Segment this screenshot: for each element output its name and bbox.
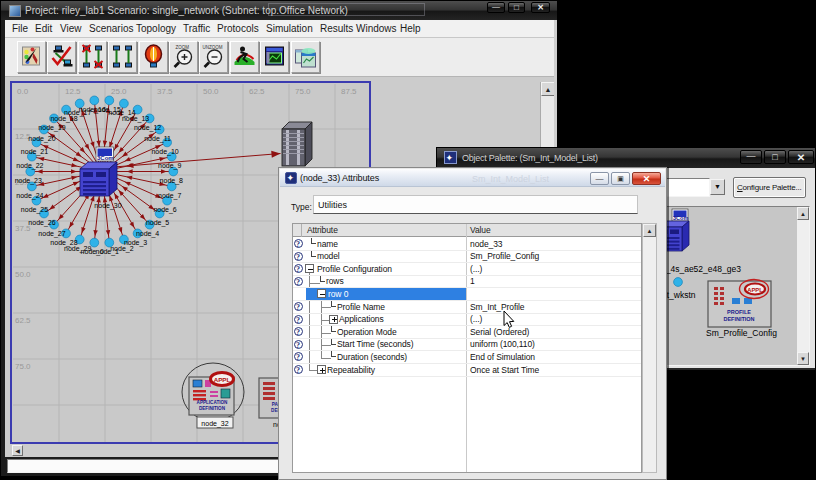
svg-text:node_32: node_32 [201,420,228,428]
svg-text:node_29: node_29 [64,245,91,253]
svg-text:node_5: node_5 [146,219,169,227]
svg-text:75.0: 75.0 [15,362,31,371]
svg-text:Sm_Profile_Config: Sm_Profile_Config [706,328,777,338]
svg-text:nt_wkstn: nt_wkstn [662,290,696,300]
svg-text:node_8: node_8 [160,177,183,185]
svg-text:node_27: node_27 [38,230,65,238]
svg-text:node_6: node_6 [153,206,176,214]
svg-text:12.5: 12.5 [65,87,81,96]
svg-text:0_4s_ae52_e48_ge3: 0_4s_ae52_e48_ge3 [661,264,741,274]
svg-text:node_2: node_2 [110,245,133,253]
svg-text:node_7: node_7 [158,192,181,200]
svg-text:75.0: 75.0 [295,87,311,96]
svg-text:62.5: 62.5 [15,316,31,325]
svg-text:APPLICATION: APPLICATION [197,400,228,405]
svg-text:node_24: node_24 [16,192,43,200]
svg-text:node_10: node_10 [151,148,178,156]
svg-text:APPL: APPL [214,376,231,383]
svg-text:node_11: node_11 [144,135,171,143]
svg-text:node_19: node_19 [38,124,65,132]
svg-text:50.0: 50.0 [203,87,219,96]
svg-text:node_30: node_30 [94,202,121,210]
svg-text:DEFINITION: DEFINITION [199,406,226,411]
svg-text:node_13: node_13 [122,115,149,123]
svg-text:node_18: node_18 [50,115,77,123]
svg-text:node_23: node_23 [15,177,42,185]
svg-text:node_21: node_21 [21,148,48,156]
svg-text:node_25: node_25 [21,206,48,214]
svg-text:UNZOOM: UNZOOM [203,45,223,50]
svg-text:node_26: node_26 [28,219,55,227]
svg-text:node_12: node_12 [134,124,161,132]
svg-text:0.0: 0.0 [17,87,29,96]
svg-text:node_3: node_3 [124,239,147,247]
svg-text:25.0: 25.0 [111,87,127,96]
svg-text:37.5: 37.5 [157,87,173,96]
svg-text:DEFINITION: DEFINITION [723,316,754,322]
svg-text:3Com: 3Com [97,155,114,161]
svg-text:87.5: 87.5 [341,87,357,96]
svg-text:node_4: node_4 [136,230,159,238]
svg-text:node_9: node_9 [158,162,181,170]
svg-text:PROFILE: PROFILE [727,309,751,315]
svg-text:50.0: 50.0 [15,270,31,279]
svg-text:APPL: APPL [747,287,763,293]
svg-text:node_22: node_22 [16,162,43,170]
svg-text:node_20: node_20 [28,135,55,143]
svg-text:3Com: 3Com [673,215,688,221]
svg-text:62.5: 62.5 [249,87,265,96]
svg-text:ZOOM: ZOOM [176,45,190,50]
